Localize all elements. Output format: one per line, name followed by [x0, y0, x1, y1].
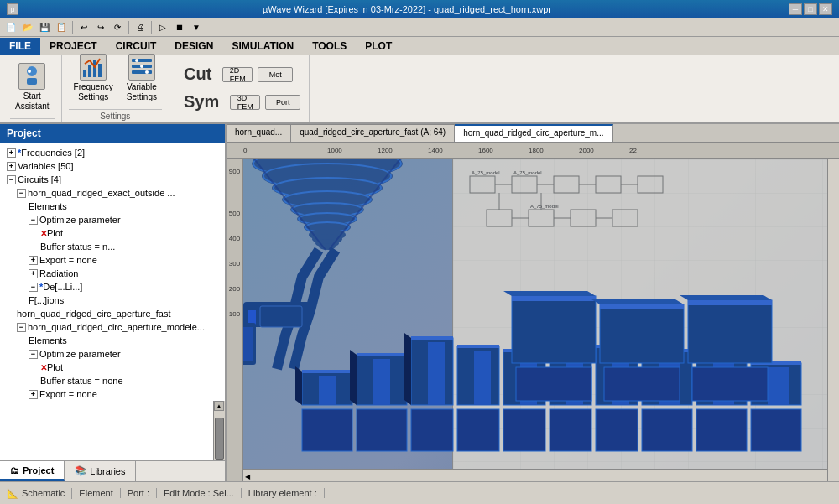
tree-item-frequencies[interactable]: + * Frequencies [2] [0, 146, 225, 159]
tree-item-circuits[interactable]: − Circuits [4] [0, 173, 225, 186]
port-label: Port [276, 98, 290, 107]
tree-item-export1[interactable]: + Export = none [0, 253, 225, 267]
tree-item-def1[interactable]: − * De[...Li...] [0, 280, 225, 294]
cut-button[interactable]: Cut [178, 62, 217, 86]
svg-rect-5 [93, 60, 96, 77]
ribbon-settings-label: Settings [69, 109, 162, 121]
circuit3-expand[interactable]: − [17, 323, 26, 332]
start-assistant-button[interactable]: StartAssistant [10, 60, 55, 115]
tree-item-export3[interactable]: + Export = none [0, 387, 225, 401]
variable-settings-button[interactable]: VariableSettings [122, 50, 162, 106]
variables-expand[interactable]: + [7, 162, 16, 171]
optimize1-expand[interactable]: − [29, 216, 38, 225]
tree-item-optimize3[interactable]: − Optimize parameter [0, 347, 225, 361]
new-button[interactable]: 📄 [3, 20, 18, 35]
circuits-expand[interactable]: − [7, 175, 16, 184]
tree-item-variables[interactable]: + Variables [50] [0, 159, 225, 173]
menu-simulation[interactable]: SIMULATION [222, 38, 303, 55]
tree-item-circuit1[interactable]: − horn_quad_ridged_exact_outside ... [0, 186, 225, 200]
tree-item-optimize1[interactable]: − Optimize parameter [0, 213, 225, 226]
undo-button[interactable]: ↩ [76, 20, 91, 35]
tab-hornquad[interactable]: horn_quad... [227, 124, 291, 142]
fem-2d-button[interactable]: 2DFEM [222, 67, 253, 82]
variable-settings-icon [128, 54, 155, 81]
edit-mode-label: Edit Mode : Sel... [164, 488, 234, 498]
menu-tools[interactable]: TOOLS [303, 38, 356, 55]
tree-item-plot1[interactable]: ✕ Plot [0, 226, 225, 240]
fem-2d-label: 2DFEM [230, 66, 246, 83]
sym-button[interactable]: Sym [178, 90, 225, 114]
ruler-300: 300 [229, 260, 240, 268]
refresh-button[interactable]: ⟳ [110, 20, 125, 35]
viewport[interactable]: 0 1000 1200 1400 1600 1800 2000 22 900 5… [227, 143, 839, 481]
export3-expand[interactable]: + [29, 390, 38, 399]
tree-item-radiation1[interactable]: + Radiation [0, 267, 225, 280]
title-text: µWave Wizard [Expires in 03-Mrz-2022] - … [25, 4, 789, 14]
frequency-settings-button[interactable]: FrequencySettings [69, 50, 118, 106]
libraries-tab-label: Libraries [90, 466, 125, 476]
tab-quad-mc[interactable]: horn_quad_ridged_circ_aperture_m... [455, 124, 612, 142]
title-bar-icons[interactable]: μ [7, 3, 18, 15]
radiation1-expand[interactable]: + [29, 269, 38, 278]
tree-item-elements3[interactable]: Elements [0, 334, 225, 347]
svg-rect-50 [487, 210, 512, 226]
circuit1-expand[interactable]: − [17, 189, 26, 198]
stop-button[interactable]: ⏹ [172, 20, 187, 35]
library-label: Library element : [248, 488, 317, 498]
menu-file[interactable]: FILE [0, 38, 40, 55]
scene-scrollbar-h[interactable]: ◀ [243, 469, 827, 481]
export1-expand[interactable]: + [29, 256, 38, 265]
scroll-up-arrow[interactable]: ▲ [214, 401, 224, 411]
tree-scrollbar[interactable]: ▲ ▼ [213, 401, 225, 460]
schematic-label[interactable]: Schematic [22, 488, 65, 498]
minimize-button[interactable]: ─ [789, 3, 802, 15]
maximize-button[interactable]: □ [804, 3, 817, 15]
open-button[interactable]: 📂 [20, 20, 35, 35]
tree-item-circuit3[interactable]: − horn_quad_ridged_circ_aperture_modele.… [0, 320, 225, 334]
save-as-button[interactable]: 📋 [54, 20, 69, 35]
scroll-thumb[interactable] [215, 418, 224, 460]
app-icon[interactable]: μ [7, 3, 18, 15]
close-button[interactable]: ✕ [819, 3, 832, 15]
circuit2-label: horn_quad_ridged_circ_aperture_fast [17, 309, 170, 319]
menu-plot[interactable]: PLOT [356, 38, 401, 55]
variable-settings-label: VariableSettings [127, 82, 157, 102]
ribbon: StartAssistant FrequencySettings [0, 55, 839, 124]
print-button[interactable]: 🖨 [133, 20, 148, 35]
frequencies-expand[interactable]: + [7, 148, 16, 158]
tab-quad-fast[interactable]: quad_ridged_circ_aperture_fast (A; 64) [291, 124, 455, 142]
tree-item-buffer3[interactable]: Buffer status = none [0, 374, 225, 387]
tree-item-fions1[interactable]: F[...]ions [0, 294, 225, 307]
svg-rect-101 [768, 367, 789, 405]
circuits-label: Circuits [4] [18, 174, 61, 184]
redo-button[interactable]: ↪ [93, 20, 108, 35]
menu-design[interactable]: DESIGN [165, 38, 222, 55]
def1-expand[interactable]: − [29, 283, 38, 292]
fem-3d-button[interactable]: 3DFEM [230, 95, 260, 110]
svg-text:A_75_model: A_75_model [472, 170, 500, 175]
run-button[interactable]: ▷ [155, 20, 170, 35]
ridged-rect-horn-3d [260, 279, 839, 481]
tab-project[interactable]: 🗂 Project [0, 461, 65, 481]
frequencies-label: Frequencies [2] [21, 148, 85, 158]
scroll-left-arrow[interactable]: ◀ [243, 471, 252, 481]
dropdown-button[interactable]: ▼ [189, 20, 204, 35]
tab-libraries[interactable]: 📚 Libraries [65, 461, 136, 481]
svg-rect-44 [596, 176, 621, 193]
met-button[interactable]: Met [258, 67, 293, 82]
tree-item-buffer1[interactable]: Buffer status = n... [0, 240, 225, 253]
save-button[interactable]: 💾 [37, 20, 52, 35]
scene-scrollbar-v[interactable] [827, 159, 839, 481]
tree-item-circuit2[interactable]: horn_quad_ridged_circ_aperture_fast [0, 307, 225, 320]
frequency-settings-label: FrequencySettings [74, 82, 113, 102]
tree-item-plot3[interactable]: ✕ Plot [0, 361, 225, 374]
port-button[interactable]: Port [265, 95, 300, 110]
ruler-1200: 1200 [378, 147, 393, 154]
project-tab-label: Project [23, 465, 54, 475]
window-controls[interactable]: ─ □ ✕ [789, 3, 832, 15]
3d-scene[interactable]: A_75_model A_75_model A_75_model [243, 159, 839, 481]
tree-item-elements1[interactable]: Elements [0, 200, 225, 213]
edit-mode-section: Edit Mode : Sel... [164, 488, 242, 498]
optimize3-expand[interactable]: − [29, 350, 38, 359]
svg-rect-84 [411, 409, 453, 451]
